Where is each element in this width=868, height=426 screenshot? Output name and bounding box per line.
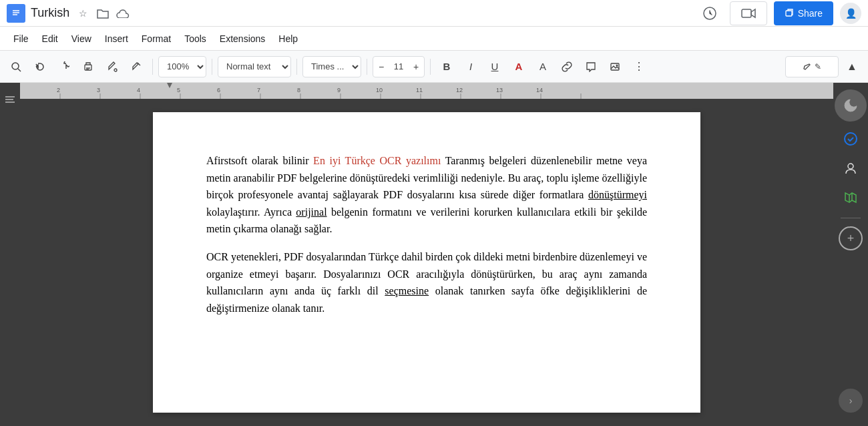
share-button[interactable]: Share	[774, 1, 833, 25]
para1-highlight: En iyi Türkçe OCR yazılımı	[313, 155, 441, 166]
edit-mode-button[interactable]: ✎	[785, 56, 839, 77]
menu-file[interactable]: File	[7, 27, 35, 51]
toolbar: 100% 75% 125% 150% Normal text Heading 1…	[0, 51, 868, 83]
font-select[interactable]: Times ... Arial Georgia	[302, 56, 361, 77]
svg-text:7: 7	[257, 87, 260, 93]
menu-view[interactable]: View	[65, 27, 98, 51]
search-button[interactable]	[5, 56, 27, 77]
separator-2	[212, 59, 212, 75]
para1-underlined2: orijinal	[296, 206, 327, 218]
separator-1	[152, 59, 153, 75]
underline-button[interactable]: U	[484, 56, 505, 77]
collapse-toolbar-button[interactable]: ▲	[841, 56, 863, 77]
star-icon[interactable]: ☆	[75, 5, 91, 21]
share-label: Share	[798, 8, 823, 19]
paragraph-1: Afirstsoft olarak bilinir En iyi Türkçe …	[206, 152, 647, 238]
text-color-button[interactable]: A	[508, 56, 529, 77]
cloud-icon[interactable]	[115, 5, 131, 21]
svg-rect-13	[20, 83, 833, 99]
italic-button[interactable]: I	[460, 56, 481, 77]
history-icon[interactable]	[696, 0, 723, 27]
separator-3	[296, 59, 297, 75]
svg-rect-0	[10, 7, 22, 20]
redo-button[interactable]	[53, 56, 75, 77]
font-size-input[interactable]	[389, 61, 408, 71]
font-size-increase[interactable]: +	[408, 57, 424, 77]
svg-text:6: 6	[217, 87, 220, 93]
page-container: Afirstsoft olarak bilinir En iyi Türkçe …	[20, 99, 833, 426]
svg-text:11: 11	[416, 87, 423, 93]
svg-marker-44	[845, 193, 856, 202]
svg-point-42	[845, 133, 857, 145]
title-bar: Turkish ☆ Share 👤	[0, 0, 868, 27]
moon-button[interactable]	[835, 89, 867, 122]
svg-text:13: 13	[496, 87, 503, 93]
svg-point-7	[114, 69, 117, 71]
svg-text:4: 4	[137, 87, 140, 93]
svg-text:8: 8	[297, 87, 300, 93]
paragraph-2: OCR yetenekleri, PDF dosyalarından Türkç…	[206, 248, 647, 316]
right-sidebar: + ›	[833, 83, 868, 426]
title-icons: ☆	[75, 5, 131, 21]
person-icon[interactable]	[839, 156, 863, 180]
page-content: Afirstsoft olarak bilinir En iyi Türkçe …	[206, 152, 647, 316]
meet-button[interactable]	[730, 1, 767, 25]
separator-4	[367, 59, 367, 75]
sidebar-divider	[841, 218, 861, 218]
svg-point-43	[848, 164, 853, 169]
main-layout: 2 3 4 5 6 7 8 9 10 11 12 13 14	[0, 83, 868, 426]
more-options-button[interactable]: ⋮	[628, 56, 650, 77]
ruler-inner: 2 3 4 5 6 7 8 9 10 11 12 13 14	[20, 83, 833, 99]
menu-bar: File Edit View Insert Format Tools Exten…	[0, 27, 868, 51]
bold-button[interactable]: B	[436, 56, 457, 77]
image-button[interactable]	[604, 56, 626, 77]
chevron-right-button[interactable]: ›	[839, 389, 863, 413]
document-title[interactable]: Turkish	[31, 6, 69, 20]
horizontal-ruler: 2 3 4 5 6 7 8 9 10 11 12 13 14	[20, 83, 833, 99]
svg-rect-3	[786, 11, 792, 16]
zoom-select[interactable]: 100% 75% 125% 150%	[158, 56, 206, 77]
svg-text:5: 5	[177, 87, 180, 93]
outline-icon[interactable]	[4, 95, 16, 108]
font-size-decrease[interactable]: −	[373, 57, 389, 77]
check-icon[interactable]	[839, 127, 863, 151]
map-icon[interactable]	[839, 186, 863, 210]
menu-help[interactable]: Help	[272, 27, 304, 51]
add-button[interactable]: +	[839, 226, 863, 250]
left-panel	[0, 83, 20, 426]
svg-rect-8	[611, 63, 619, 70]
toolbar-right: ✎ ▲	[785, 56, 863, 77]
para1-underlined1: dönüştürmeyi	[588, 189, 647, 200]
para2-underlined: seçmesine	[385, 285, 429, 296]
svg-text:9: 9	[337, 87, 341, 93]
svg-point-9	[616, 64, 618, 66]
spellcheck-button[interactable]	[126, 56, 147, 77]
title-right: Share 👤	[696, 0, 861, 27]
svg-rect-2	[742, 9, 751, 17]
menu-edit[interactable]: Edit	[35, 27, 65, 51]
print-button[interactable]	[77, 56, 99, 77]
separator-5	[430, 59, 431, 75]
svg-point-4	[12, 63, 19, 69]
document-page: Afirstsoft olarak bilinir En iyi Türkçe …	[153, 112, 700, 413]
link-button[interactable]	[556, 56, 578, 77]
menu-format[interactable]: Format	[135, 27, 178, 51]
undo-button[interactable]	[29, 56, 51, 77]
doc-icon	[7, 4, 25, 23]
svg-text:10: 10	[376, 87, 383, 93]
paint-format-button[interactable]	[101, 56, 123, 77]
user-avatar[interactable]: 👤	[840, 3, 861, 24]
para1-text2: kolaylaştırır. Ayrıca	[206, 206, 296, 218]
style-select[interactable]: Normal text Heading 1 Heading 2 Title	[218, 56, 291, 77]
para1-before: Afirstsoft olarak bilinir	[206, 155, 313, 166]
menu-extensions[interactable]: Extensions	[213, 27, 272, 51]
document-area: 2 3 4 5 6 7 8 9 10 11 12 13 14	[20, 83, 833, 426]
svg-line-5	[18, 69, 21, 71]
folder-icon[interactable]	[95, 5, 111, 21]
highlight-button[interactable]: A	[532, 56, 554, 77]
svg-text:12: 12	[456, 87, 463, 93]
svg-text:3: 3	[97, 87, 100, 93]
menu-insert[interactable]: Insert	[98, 27, 135, 51]
menu-tools[interactable]: Tools	[178, 27, 213, 51]
comment-button[interactable]	[580, 56, 602, 77]
